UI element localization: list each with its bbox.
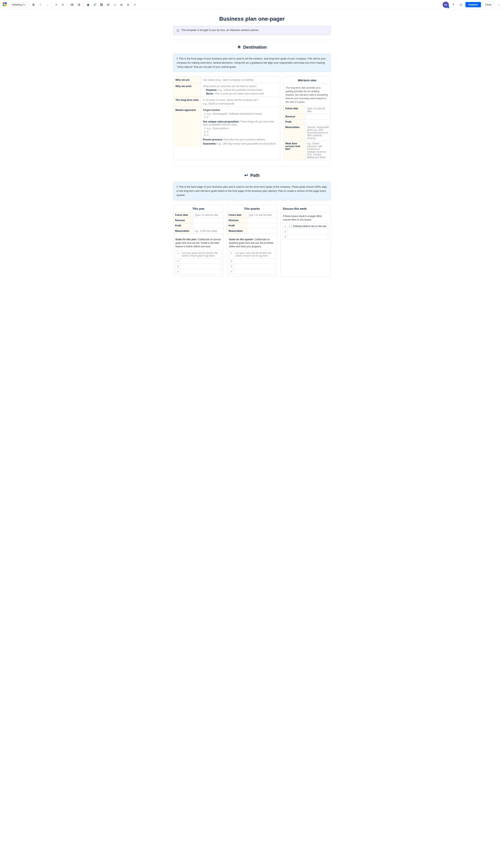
table-row: Measurables Specific, measurable goals e… <box>284 125 331 141</box>
svg-point-8 <box>71 5 71 6</box>
table-button[interactable]: ⊞ <box>119 2 124 8</box>
svg-rect-0 <box>3 2 4 4</box>
path-layout: This year Future date Type // to add the… <box>173 205 331 277</box>
destination-icon: ✳ <box>237 45 241 50</box>
add-collaborator-button[interactable]: + <box>451 2 456 8</box>
link-button[interactable]: 🔗 <box>92 2 98 8</box>
toolbar-right: CK + + ⊡ Publish Close ··· <box>443 2 502 8</box>
goal-num-2: 2 <box>176 258 180 264</box>
quarter-profit-value[interactable] <box>247 223 277 228</box>
rock-text-2[interactable] <box>234 258 275 264</box>
this-quarter-title: This quarter <box>227 205 277 213</box>
logo-icon[interactable] <box>2 2 8 8</box>
quarter-measurables-label: Measurables <box>227 228 247 233</box>
svg-rect-11 <box>79 4 80 4</box>
close-button[interactable]: Close <box>482 2 494 8</box>
template-notice-text: This template is brought to you by Isos,… <box>181 28 259 32</box>
long-term-view-value: In 10 years or more, where will the comp… <box>201 97 280 107</box>
this-quarter-column: This quarter Future date Type // to add … <box>227 205 277 277</box>
list-item: 1 List your rocks and @ mention the owne… <box>229 250 275 258</box>
svg-rect-15 <box>79 5 80 6</box>
this-year-table: Future date Type // to add the date Reve… <box>173 213 224 234</box>
discuss-this-week-column: Discuss this week If these issues result… <box>280 205 331 277</box>
svg-rect-9 <box>71 5 73 6</box>
svg-text:3.: 3. <box>77 5 78 6</box>
who-we-are-label: Who we are <box>173 77 201 83</box>
template-button[interactable]: ⊡ <box>458 2 464 8</box>
heading-chevron-icon <box>24 3 25 6</box>
destination-heading: ✳ Destination <box>173 45 331 50</box>
discuss-num-3: 3 <box>283 234 288 240</box>
rock-text-1[interactable]: List your rocks and @ mention the owner … <box>234 250 275 258</box>
goal-text-3[interactable] <box>180 264 221 269</box>
list-item: 4 <box>229 269 275 274</box>
image-button[interactable]: 🖼 <box>98 2 104 8</box>
svg-rect-13 <box>79 4 80 5</box>
goal-num-1: 1 <box>176 250 180 258</box>
heading-selector[interactable]: Heading 2 <box>10 2 27 7</box>
numbered-list-button[interactable]: 1.2.3. <box>76 2 82 8</box>
quarter-profit-label: Profit <box>227 223 247 228</box>
rock-text-4[interactable] <box>234 269 275 274</box>
box-button[interactable]: ▣ <box>85 2 91 8</box>
goal-text-2[interactable] <box>180 258 221 264</box>
table-row: Revenue <box>173 218 224 223</box>
bold-button[interactable]: B <box>31 2 36 8</box>
template-notice-banner: ⊡ This template is brought to you by Iso… <box>173 26 331 35</box>
align-button[interactable]: ≡ <box>53 2 59 8</box>
discuss-item-2[interactable] <box>288 229 328 234</box>
svg-rect-7 <box>71 4 73 5</box>
path-icon: ↩ <box>244 173 248 178</box>
quarter-measurables-value[interactable] <box>247 228 277 233</box>
goal-text-4[interactable] <box>180 269 221 274</box>
publish-button[interactable]: Publish <box>465 2 481 7</box>
divider-1 <box>173 40 331 40</box>
svg-rect-3 <box>5 4 7 6</box>
midterm-future-date-label: Future date <box>284 106 305 114</box>
table-row: Future date Type // to add the date <box>284 106 331 114</box>
midterm-title: Mid-term view <box>284 77 331 84</box>
who-we-are-value: Our values (e.g., Open company, no bulls… <box>201 77 280 83</box>
color-button[interactable]: A <box>60 2 66 8</box>
this-year-column: This year Future date Type // to add the… <box>173 205 224 277</box>
plus-insert-button[interactable]: + <box>132 2 138 8</box>
bullet-list-button[interactable] <box>69 2 75 8</box>
table-row: Who we are Our values (e.g., Open compan… <box>173 77 280 83</box>
template-icon: ⊡ <box>177 29 179 33</box>
midterm-profit-value[interactable] <box>305 119 331 125</box>
avatar[interactable]: CK + <box>443 2 449 8</box>
midterm-revenue-value[interactable] <box>305 114 331 119</box>
goal-text-1[interactable]: List your goals and @ mention the owner … <box>180 250 221 258</box>
toolbar-divider-3 <box>67 2 68 7</box>
year-future-date-value[interactable]: Type // to add the date <box>193 213 224 218</box>
path-info-icon: ℹ <box>177 185 178 188</box>
table-row: Measurables <box>227 228 277 233</box>
discuss-item-1[interactable]: Software defects are on the rise <box>288 224 328 229</box>
mention-button[interactable]: @ <box>105 2 111 8</box>
destination-table: Who we are Our values (e.g., Open compan… <box>173 77 280 147</box>
italic-button[interactable]: I <box>37 2 43 8</box>
checkbox-icon[interactable] <box>289 225 292 227</box>
layout-button[interactable]: ⊟ <box>125 2 131 8</box>
more-options-button[interactable]: ··· <box>496 2 502 8</box>
midterm-measurables-label: Measurables <box>284 125 305 141</box>
discuss-item-1-text: Software defects are on the rise <box>293 225 326 228</box>
year-measurables-value[interactable]: e.g., 5,500 new deals <box>193 228 224 233</box>
emoji-button[interactable]: ☺ <box>112 2 118 8</box>
midterm-revenue-label: Revenue <box>284 114 305 119</box>
quarter-revenue-value[interactable] <box>247 218 277 223</box>
midterm-future-date-value[interactable]: Type // to add the date <box>305 106 331 114</box>
quarter-future-date-value[interactable]: Type // to add the date <box>247 213 277 218</box>
year-profit-value[interactable] <box>193 223 224 228</box>
midterm-success-value[interactable]: e.g., Global presence, with resources in… <box>305 141 331 160</box>
toolbar: Heading 2 B I ··· ≡ A 1.2.3. ▣ 🔗 🖼 @ ☺ ⊞… <box>0 0 504 10</box>
quarter-future-date-label: Future date <box>227 213 247 218</box>
table-row: Revenue <box>284 114 331 119</box>
destination-layout: Who we are Our values (e.g., Open compan… <box>173 76 331 160</box>
discuss-item-3[interactable] <box>288 234 328 240</box>
path-info-box: ℹThis is the back page of your business … <box>173 182 331 200</box>
rock-text-3[interactable] <box>234 264 275 269</box>
more-format-button[interactable]: ··· <box>44 2 50 8</box>
year-revenue-value[interactable] <box>193 218 224 223</box>
midterm-measurables-value[interactable]: Specific, measurable goals e.g., 50% rec… <box>305 125 331 141</box>
